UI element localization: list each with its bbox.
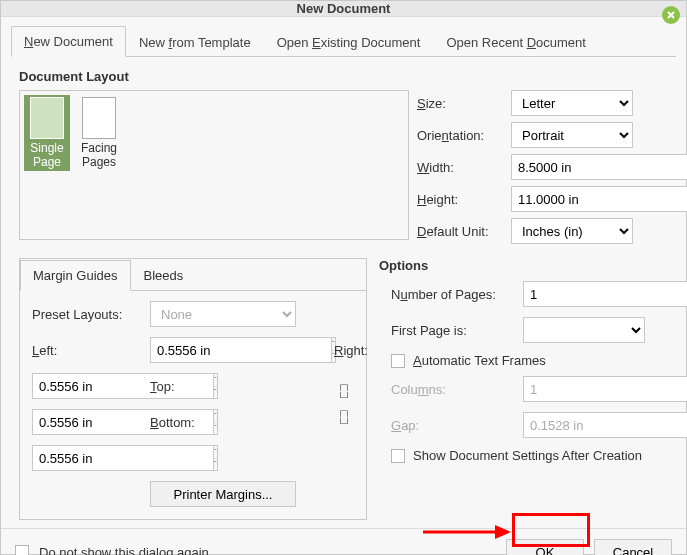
first-page-select[interactable] [523, 317, 645, 343]
first-page-label: First Page is: [391, 323, 515, 338]
single-page-icon [30, 97, 64, 139]
columns-stepper: ˆˇ [523, 376, 645, 402]
height-label: Height: [417, 192, 503, 207]
link-margins-icon[interactable]: ┌┐└┘┌┐└┘ [334, 379, 354, 429]
close-icon[interactable] [662, 6, 680, 24]
cancel-button[interactable]: Cancel [594, 539, 672, 555]
margin-left-stepper[interactable]: ˆˇ [150, 337, 296, 363]
layout-facing-pages[interactable]: Facing Pages [76, 95, 122, 171]
tab-open-recent[interactable]: Open Recent Document [433, 27, 598, 57]
preset-select[interactable]: None [150, 301, 296, 327]
num-pages-label: Number of Pages: [391, 287, 515, 302]
dont-show-label: Do not show this dialog again [39, 545, 209, 556]
preset-label: Preset Layouts: [32, 307, 140, 322]
height-input[interactable] [511, 186, 687, 212]
columns-label: Columns: [391, 382, 515, 397]
margin-right-label: Right: [334, 343, 354, 358]
window-title: New Document [297, 1, 391, 16]
layout-single-page[interactable]: Single Page [24, 95, 70, 171]
orientation-label: Orientation: [417, 128, 503, 143]
auto-text-frames-checkbox[interactable] [391, 354, 405, 368]
printer-margins-button[interactable]: Printer Margins... [150, 481, 296, 507]
unit-select[interactable]: Inches (in) [511, 218, 633, 244]
main-tabs: New Document New from Template Open Exis… [11, 25, 676, 57]
width-input[interactable] [511, 154, 687, 180]
height-stepper[interactable]: ˆˇ [511, 186, 633, 212]
titlebar: New Document [1, 1, 686, 17]
document-layout-title: Document Layout [19, 69, 668, 84]
unit-label: Default Unit: [417, 224, 503, 239]
gap-label: Gap: [391, 418, 515, 433]
tab-new-from-template[interactable]: New from Template [126, 27, 264, 57]
margin-bottom-label: Bottom: [150, 415, 324, 430]
layout-icon-list: Single Page Facing Pages [19, 90, 409, 240]
show-settings-checkbox[interactable] [391, 449, 405, 463]
dont-show-checkbox[interactable] [15, 545, 29, 555]
size-select[interactable]: Letter [511, 90, 633, 116]
auto-text-frames-label: Automatic Text Frames [413, 353, 546, 368]
tab-bleeds[interactable]: Bleeds [131, 260, 197, 291]
tab-open-existing[interactable]: Open Existing Document [264, 27, 434, 57]
width-label: Width: [417, 160, 503, 175]
facing-pages-icon [82, 97, 116, 139]
num-pages-stepper[interactable]: ˆˇ [523, 281, 645, 307]
show-settings-label: Show Document Settings After Creation [413, 448, 642, 463]
margin-top-label: Top: [150, 379, 324, 394]
options-title: Options [379, 258, 668, 273]
tab-margin-guides[interactable]: Margin Guides [20, 260, 131, 291]
tab-new-document[interactable]: New Document [11, 26, 126, 57]
gap-stepper: ˆˇ [523, 412, 645, 438]
margin-left-label: Left: [32, 343, 140, 358]
width-stepper[interactable]: ˆˇ [511, 154, 633, 180]
orientation-select[interactable]: Portrait [511, 122, 633, 148]
ok-button[interactable]: OK [506, 539, 584, 555]
margin-bottom-stepper[interactable]: ˆˇ [32, 445, 178, 471]
size-label: Size: [417, 96, 503, 111]
